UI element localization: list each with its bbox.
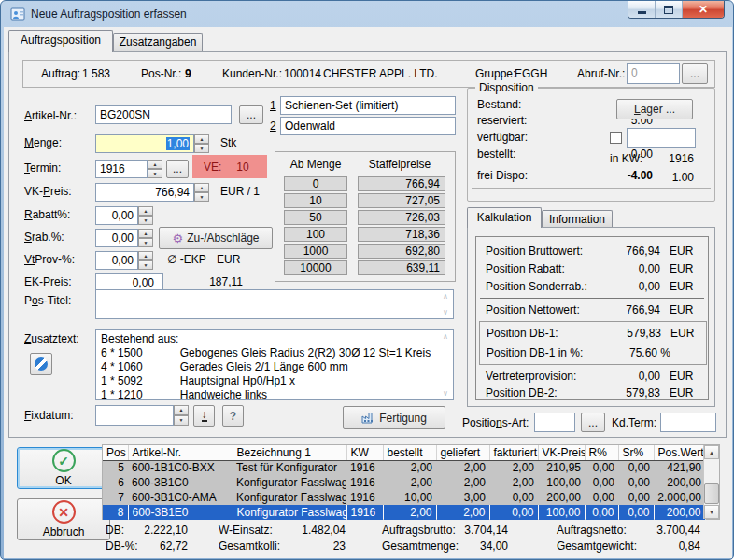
auftrag-label: Auftrag: <box>41 67 80 80</box>
menge-input[interactable]: 1,00 <box>95 134 194 153</box>
staffel-menge: 1000 <box>284 244 347 259</box>
rabatt-row-label: Position Rabatt: <box>486 262 565 275</box>
termin-input[interactable]: 1916 <box>95 160 148 178</box>
staffel-preis: 766,94 <box>358 176 445 191</box>
abruf-nr-input[interactable]: 0 <box>627 63 680 84</box>
col-kw: KW <box>346 445 383 460</box>
dialog-client-area: Auftragsposition Zusatzangaben Auftrag: … <box>4 27 732 558</box>
vtprov-input[interactable]: 0,00 <box>95 251 138 270</box>
dispo-checkbox[interactable] <box>610 132 622 144</box>
cross-icon: ✕ <box>52 500 76 524</box>
db1-label: Position DB-1: <box>487 327 558 340</box>
spin-up-icon: ▲ <box>194 183 209 192</box>
chevron-up-icon[interactable]: ∧ <box>443 333 448 341</box>
spin-down-icon: ▼ <box>194 192 209 202</box>
ve-value: 10 <box>236 161 248 174</box>
zusatztext-textarea[interactable]: Bestehend aus: 6 * 1500 Gebogenes Gleis … <box>95 329 454 400</box>
close-button[interactable]: ✕ <box>683 1 724 18</box>
w-einsatz-label: W-Einsatz: <box>219 524 273 537</box>
menge-spinner[interactable]: ▲▼ <box>194 134 209 153</box>
window-title: Neue Auftragsposition erfassen <box>31 7 187 21</box>
in-kw-label: in KW: <box>610 152 642 165</box>
db2-label: Position DB-2: <box>486 386 558 399</box>
staffelpreise-panel: Ab Menge Staffelpreise 0 766,94 10 727,0… <box>275 151 456 282</box>
table-row-selected[interactable]: 8600-3B1E0Konfigurator Fasslwagen19162,0… <box>103 505 705 520</box>
ekp-value: 187,11 <box>167 275 243 288</box>
artikel-nr-input[interactable]: BG200SN <box>95 105 232 124</box>
brutto-unit: EUR <box>670 245 693 258</box>
order-header-box: Auftrag: 1 583 Pos-Nr.: 9 Kunden-Nr.: 10… <box>22 60 715 88</box>
abruf-browse-button[interactable]: ... <box>682 63 708 84</box>
vk-preis-spinner[interactable]: ▲▼ <box>194 183 209 202</box>
col-sr-prozent: Sr% <box>618 445 654 460</box>
col-bestellt: bestellt <box>383 445 436 460</box>
ok-button[interactable]: ✓ OK <box>17 447 110 489</box>
table-row[interactable]: 5600-1B1C0-BXXTest für Konfigurator19162… <box>103 460 705 475</box>
dispo-input[interactable] <box>627 128 696 148</box>
pos-nr-label: Pos-Nr.: <box>141 67 181 80</box>
auftragsnetto-label: Auftragsnetto: <box>557 524 627 537</box>
reserviert-label: reserviert: <box>477 114 527 127</box>
zusatztext-edit-button[interactable] <box>30 353 52 375</box>
tab-auftragsposition[interactable]: Auftragsposition <box>8 30 113 52</box>
disposition-title: Disposition <box>475 81 538 94</box>
auftragsnetto-value: 3.700,44 <box>639 524 700 537</box>
col-r-prozent: R% <box>585 445 618 460</box>
bezeichnung2-input[interactable]: Odenwald <box>280 117 456 135</box>
termin-browse-button[interactable]: ... <box>166 160 189 178</box>
table-row[interactable]: 7600-3B1C0-AMAKonfigurator Fasslwagen191… <box>103 490 705 505</box>
col-geliefert: geliefert <box>436 445 489 460</box>
date-down-button[interactable]: ↓ <box>193 405 215 427</box>
zu-abschlaege-button[interactable]: ⚙ Zu-/Abschläge <box>159 227 273 249</box>
scroll-up-button[interactable]: ▲ <box>704 445 719 459</box>
tab-information[interactable]: Information <box>542 210 613 227</box>
fixdatum-label: Fixdatum: <box>24 409 74 422</box>
help-button[interactable]: ? <box>222 405 244 427</box>
fertigung-button[interactable]: Fertigung <box>343 406 445 429</box>
caption-buttons: ✕ <box>628 1 725 19</box>
positions-art-browse-button[interactable]: ... <box>581 413 605 432</box>
bezeichnung1-input[interactable]: Schienen-Set (limitiert) <box>280 96 456 115</box>
tab-zusatzangaben[interactable]: Zusatzangaben <box>113 33 203 52</box>
grid-scrollbar[interactable]: ▲ ▼ <box>703 445 719 519</box>
chevron-down-icon[interactable]: ∨ <box>443 390 448 398</box>
bestellt-label: bestellt: <box>477 147 515 161</box>
zusatztext-label: Zusatztext: <box>24 332 79 345</box>
artikel-nr-label: Artikel-Nr.: <box>24 109 77 122</box>
abbruch-button[interactable]: ✕ Abbruch <box>17 498 110 540</box>
title-bar[interactable]: Neue Auftragsposition erfassen ✕ <box>1 1 733 27</box>
minimize-button[interactable] <box>628 1 656 18</box>
spin-down-icon: ▼ <box>174 415 189 426</box>
db1-percent-value: 75.60 % <box>575 346 670 359</box>
vk-preis-input[interactable]: 766,94 <box>95 183 194 202</box>
rabatt-spinner[interactable]: ▲▼ <box>138 206 153 225</box>
provision-label: Vertreterprovision: <box>486 370 576 383</box>
kalkulation-divider <box>480 298 704 299</box>
lager-button[interactable]: Lager ... <box>616 99 693 119</box>
srab-input[interactable]: 0,00 <box>95 229 138 247</box>
gesamtmenge-label: Gesamtmenge: <box>382 539 459 553</box>
fixdatum-input[interactable] <box>95 405 174 426</box>
kd-term-input[interactable] <box>660 413 716 432</box>
vtprov-spinner[interactable]: ▲▼ <box>138 251 153 270</box>
col-pos: Pos <box>103 445 128 460</box>
rabatt-input[interactable]: 0,00 <box>95 206 138 225</box>
artikel-browse-button[interactable]: ... <box>239 105 263 124</box>
positions-art-input[interactable] <box>534 413 575 432</box>
col-artikel-nr: Artikel-Nr. <box>128 445 233 460</box>
scroll-down-button[interactable]: ▼ <box>704 505 719 519</box>
scrollbar-thumb[interactable] <box>704 483 719 504</box>
db2-value: 579,83 <box>574 386 660 399</box>
table-row[interactable]: 6600-3B1C0Konfigurator Fasslwagen19162,0… <box>103 475 705 490</box>
gesamtgewicht-value: 0,84 <box>639 539 700 553</box>
maximize-button[interactable] <box>656 1 683 18</box>
spin-down-icon: ▼ <box>138 260 153 270</box>
tab-kalkulation[interactable]: Kalkulation <box>467 207 542 228</box>
pos-titel-textarea[interactable] <box>95 289 454 319</box>
fixdatum-spinner[interactable]: ▲▼ <box>174 405 189 426</box>
termin-spinner[interactable]: ▲▼ <box>148 160 162 178</box>
srab-spinner[interactable]: ▲▼ <box>138 229 153 247</box>
chevron-down-icon[interactable]: ∨ <box>443 309 448 316</box>
termin-label: Termin: <box>24 161 61 175</box>
chevron-up-icon[interactable]: ∧ <box>443 293 448 301</box>
